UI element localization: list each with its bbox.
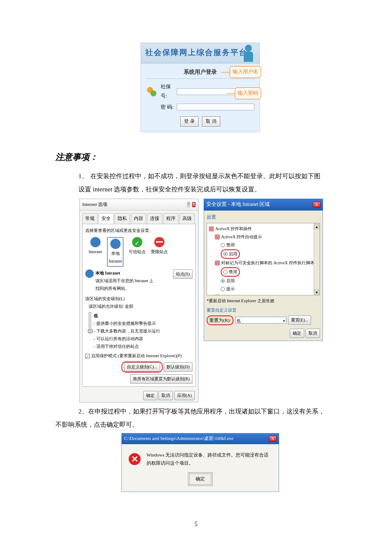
cancel-button[interactable]: 取 消 [202, 116, 220, 127]
default-level-button[interactable]: 默认级别(D) [164, 362, 193, 372]
close-button[interactable]: X [192, 202, 196, 207]
internet-options-titlebar: Internet 选项 ? X [80, 199, 198, 211]
gear-icon [215, 234, 220, 240]
login-banner-title: 社会保障网上综合服务平台 [145, 48, 248, 57]
zone-prompt: 选择要查看的区域或更改安全设置。 [85, 227, 193, 234]
security-level-slider[interactable] [89, 312, 91, 333]
zone-internet[interactable]: Internet [89, 237, 102, 267]
notice-item-2-line2: 不影响系统，点击确定即可。 [55, 419, 345, 431]
ie-apply-button[interactable]: 应用(A) [174, 391, 195, 400]
protected-mode-checkbox[interactable] [85, 354, 90, 358]
notice-item-1-number: 1、 [78, 171, 90, 182]
ie-cancel-button[interactable]: 取消 [159, 391, 173, 400]
sites-button[interactable]: 站点(S) [173, 269, 193, 279]
gear-icon [215, 295, 220, 295]
radio-disable[interactable] [221, 243, 225, 247]
error-dialog: C:\Documents and Settings\Administrator\… [121, 433, 279, 492]
tab-content[interactable]: 内容 [131, 213, 146, 224]
reset-all-zones-button[interactable]: 将所有区域重置为默认级别(R) [130, 374, 193, 384]
tab-connections[interactable]: 连接 [147, 213, 162, 224]
radio-enable[interactable] [221, 279, 225, 283]
reset-custom-label: 重置自定义设置 [207, 306, 320, 314]
login-button[interactable]: 登 录 [180, 116, 199, 127]
notice-item-2-number: 2、 [78, 408, 88, 415]
local-intranet-title: 本地 Intranet [95, 269, 153, 277]
security-settings-titlebar: 安全设置 - 本地 Intranet 区域 X [204, 199, 323, 211]
login-user-label: 社保号: [161, 82, 177, 101]
radio-disable[interactable] [223, 270, 228, 274]
zone-restricted[interactable]: 受限站点 [151, 237, 168, 267]
notice-heading: 注意事项： [55, 149, 345, 165]
radio-prompt[interactable] [221, 287, 225, 291]
custom-level-button[interactable]: 自定义级别(C)... [124, 362, 160, 372]
error-ok-button[interactable]: 确定 [189, 474, 211, 485]
security-close-button[interactable]: X [313, 202, 320, 208]
error-title-text: C:\Documents and Settings\Administrator\… [124, 434, 233, 443]
error-titlebar: C:\Documents and Settings\Administrator\… [121, 433, 279, 444]
avatar-icon [146, 86, 157, 97]
radio-enable[interactable] [223, 252, 228, 256]
login-pass-input[interactable] [177, 104, 254, 110]
reset-to-dropdown[interactable]: 低 [235, 317, 286, 324]
internet-options-dialog: Internet 选项 ? X 常规 安全 隐私 内容 连接 程序 高级 选择要… [79, 199, 199, 402]
login-pass-label: 密 码: [161, 103, 177, 112]
notice-item-1-line1: 1、在安装控件过程中，如不成功，则登录按钮显示灰色不能登录。此时可以按如下图 [78, 171, 345, 182]
globe-icon [85, 269, 94, 278]
activex-group-icon [209, 226, 214, 231]
zone-trusted[interactable]: 可信站点 [129, 237, 146, 267]
settings-label: 设置 [207, 213, 320, 222]
tab-security[interactable]: 安全 [98, 213, 114, 224]
scrollbar[interactable]: ▴▾ [314, 223, 320, 295]
page-number: 5 [195, 519, 198, 529]
error-message: Windows 无法访问指定设备、路径或文件。您可能没有合适的权限访问这个项目。 [147, 451, 272, 468]
sec-ok-button[interactable]: 确定 [290, 329, 304, 338]
security-settings-dialog: 安全设置 - 本地 Intranet 区域 X 设置 ActiveX 控件和插件… [204, 199, 323, 402]
gear-icon [215, 260, 220, 266]
internet-options-title: Internet 选项 [82, 200, 107, 209]
security-settings-list[interactable]: ActiveX 控件和插件 ActiveX 控件自动提示 禁用 启用 对标记为可… [207, 223, 320, 295]
tab-privacy[interactable]: 隐私 [115, 213, 130, 224]
tab-advanced[interactable]: 高级 [179, 213, 195, 224]
security-level-label: 该区域的安全级别(L) [85, 295, 193, 303]
internet-options-tabs: 常规 安全 隐私 内容 连接 程序 高级 [80, 211, 198, 224]
callout-password: 输入密码 [235, 87, 261, 99]
tab-programs[interactable]: 程序 [163, 213, 179, 224]
notice-item-1-line2: 设置 internet 选项参数，社保安全控件安装完成后可以恢复设置。 [78, 184, 345, 195]
callout-username: 输入用户名 [230, 66, 261, 78]
error-icon: ✕ [129, 453, 141, 465]
banner-figure-icon [241, 45, 256, 62]
reset-button[interactable]: 重置(E)... [288, 315, 311, 325]
help-button[interactable]: ? [187, 202, 190, 207]
login-figure: 社会保障网上综合服务平台 系统用户登录 社保号: 密 码: 输入用户名 输入密码… [141, 43, 260, 132]
notice-item-2-line1: 2、在申报过程中，如果打开写字板等其他应用程序，出现诸如以下窗口，这没有关系， [55, 406, 345, 417]
sec-cancel-button[interactable]: 取消 [306, 329, 320, 338]
error-close-button[interactable]: X [269, 436, 277, 442]
ie-ok-button[interactable]: 确定 [143, 391, 158, 400]
zone-local-intranet[interactable]: 本地 Intranet [107, 237, 124, 267]
tab-general[interactable]: 常规 [82, 213, 98, 224]
login-panel: 系统用户登录 社保号: 密 码: 输入用户名 输入密码 登 录 取 消 [141, 63, 260, 132]
restart-note: *重新启动 Internet Explorer 之后生效 [207, 297, 320, 305]
login-banner: 社会保障网上综合服务平台 [141, 43, 260, 63]
